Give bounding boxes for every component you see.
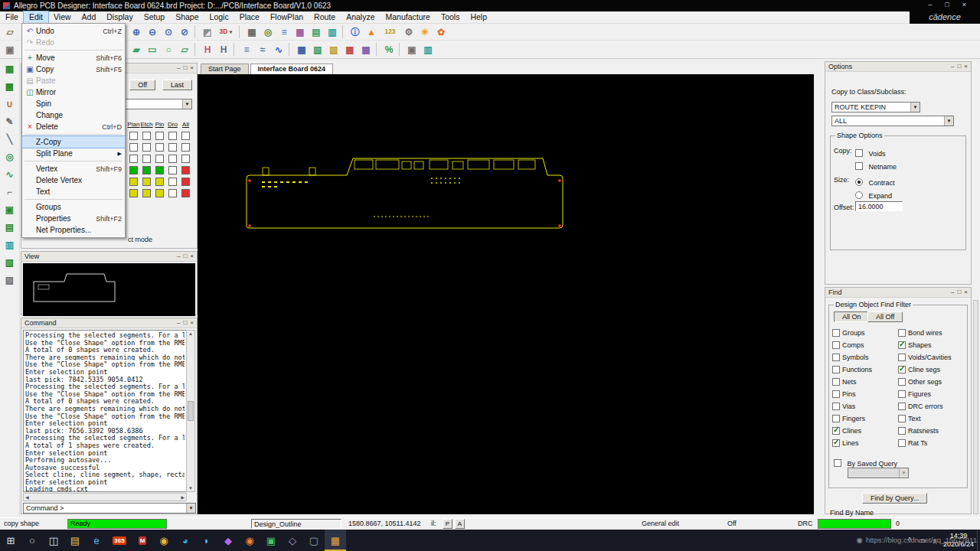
nets-checkbox[interactable]: [832, 378, 840, 386]
scroll-left-icon[interactable]: ◀: [25, 494, 29, 500]
probe-tool-icon[interactable]: ◎: [2, 149, 18, 164]
menu-edit[interactable]: Edit: [24, 11, 48, 23]
find-by-query-button[interactable]: Find by Query...: [862, 493, 927, 504]
edit-menu-item-copy[interactable]: ▣CopyShift+F5: [22, 64, 125, 75]
notification-icon[interactable]: ▭: [919, 536, 926, 545]
visibility-checkbox[interactable]: [155, 178, 164, 186]
wps-icon[interactable]: ▣: [260, 530, 282, 551]
visibility-checkbox[interactable]: [168, 178, 177, 186]
fingers-checkbox[interactable]: [832, 415, 840, 422]
minimize-button[interactable]: –: [928, 1, 932, 8]
edit-menu-item-delete-vertex[interactable]: Delete Vertex: [22, 174, 125, 186]
visibility-checkbox[interactable]: [142, 166, 151, 174]
minimize-panel-icon[interactable]: –: [951, 289, 954, 295]
figures-checkbox[interactable]: [898, 390, 906, 398]
same-net-cns-icon[interactable]: ▦: [358, 42, 374, 57]
shadow-toggle-icon[interactable]: ◩: [200, 24, 215, 39]
color-visibility-icon[interactable]: ▩: [292, 24, 308, 39]
visibility-checkbox[interactable]: [155, 189, 164, 197]
search-icon[interactable]: ○: [21, 530, 43, 551]
menu-route[interactable]: Route: [309, 11, 341, 23]
cross-section-icon[interactable]: ≡: [276, 24, 292, 39]
custom-tool-icon[interactable]: ✿: [433, 24, 449, 39]
status-info-icon[interactable]: ⓘ: [348, 24, 363, 39]
view-panel-header[interactable]: View – □ ×: [21, 252, 197, 262]
visibility-checkbox[interactable]: [155, 143, 164, 152]
float-panel-icon[interactable]: □: [183, 253, 187, 259]
menu-shape[interactable]: Shape: [170, 11, 204, 23]
zoom-in-icon[interactable]: ⊕: [129, 24, 144, 39]
chrome-icon[interactable]: ◉: [153, 530, 175, 551]
qq-icon[interactable]: ◗: [196, 530, 217, 551]
visual-studio-icon[interactable]: ◇: [282, 530, 303, 551]
electrical-cns-icon[interactable]: ▧: [310, 42, 325, 57]
visibility-checkbox[interactable]: [168, 132, 177, 140]
find-panel-header[interactable]: Find – □ ×: [825, 288, 971, 298]
menu-view[interactable]: View: [48, 11, 77, 23]
float-panel-icon[interactable]: □: [957, 64, 961, 70]
visibility-checkbox[interactable]: [129, 132, 138, 140]
edit-menu-item-paste[interactable]: ▤Paste: [22, 75, 125, 86]
tools-settings-icon[interactable]: ⚙: [401, 24, 416, 39]
lines-checkbox[interactable]: [832, 439, 840, 447]
menu-tools[interactable]: Tools: [436, 11, 466, 23]
visibility-checkbox[interactable]: [129, 178, 138, 186]
bond-wires-checkbox[interactable]: [898, 329, 906, 337]
visibility-checkbox[interactable]: [168, 155, 177, 163]
open-drawing-icon[interactable]: ▱: [2, 24, 18, 39]
scrollbar-thumb[interactable]: [188, 401, 194, 421]
visibility-checkbox[interactable]: [142, 132, 151, 140]
component-tool-icon[interactable]: ▤: [2, 220, 18, 234]
edit-menu-item-groups[interactable]: Groups: [22, 201, 125, 213]
stats-chart-icon[interactable]: ▥: [420, 42, 436, 57]
magnet-snap-icon[interactable]: ∪: [2, 96, 18, 111]
voids-cavities-checkbox[interactable]: [898, 354, 906, 361]
design-canvas[interactable]: [198, 74, 814, 514]
edit-menu-item-z-copy[interactable]: Z-Copy: [22, 136, 125, 148]
console-vertical-scrollbar[interactable]: ▲ ▼: [186, 330, 195, 492]
netname-checkbox[interactable]: [855, 162, 863, 170]
waveform-icon[interactable]: ∿: [271, 42, 286, 57]
media-player-icon[interactable]: ◆: [217, 530, 239, 551]
auto-number-icon[interactable]: 123: [380, 24, 400, 39]
visibility-checkbox[interactable]: [181, 178, 190, 186]
float-panel-icon[interactable]: □: [183, 65, 187, 71]
menu-display[interactable]: Display: [101, 11, 138, 23]
visibility-checkbox[interactable]: [129, 166, 138, 174]
padstack-edit-icon[interactable]: ◎: [260, 24, 276, 39]
offset-input[interactable]: 16.0000: [855, 201, 903, 211]
visibility-checkbox[interactable]: [155, 132, 164, 140]
edge-icon[interactable]: ◕: [175, 530, 196, 551]
comps-checkbox[interactable]: [832, 341, 840, 349]
shape-polygon-icon[interactable]: ▰: [129, 42, 144, 57]
float-panel-icon[interactable]: □: [957, 289, 961, 295]
clines-checkbox[interactable]: [832, 427, 840, 435]
hilight-icon[interactable]: H: [200, 42, 215, 57]
edit-menu-item-net-properties-[interactable]: Net Properties...: [22, 224, 125, 236]
options-panel-header[interactable]: Options – □ ×: [825, 62, 971, 72]
close-panel-icon[interactable]: ×: [964, 289, 968, 295]
firefox-icon[interactable]: ◉: [239, 530, 260, 551]
close-panel-icon[interactable]: ×: [964, 64, 968, 70]
edit-menu-item-change[interactable]: Change: [22, 109, 125, 121]
update-drc-icon[interactable]: ▲: [364, 24, 379, 39]
task-view-icon[interactable]: ◫: [43, 530, 64, 551]
text-checkbox[interactable]: [898, 415, 906, 422]
all-off-button[interactable]: All Off: [867, 311, 903, 322]
visibility-checkbox[interactable]: [181, 166, 190, 174]
menu-add[interactable]: Add: [77, 11, 102, 23]
visibility-checkbox[interactable]: [155, 155, 164, 163]
allegro-icon[interactable]: ▦: [325, 530, 346, 551]
by-saved-query-checkbox[interactable]: [834, 459, 841, 467]
board-symbols-icon[interactable]: ▥: [325, 24, 340, 39]
copy-format-icon[interactable]: ▣: [404, 42, 420, 57]
summary-report-icon[interactable]: ▤: [309, 24, 324, 39]
menu-manufacture[interactable]: Manufacture: [381, 11, 436, 23]
edit-menu-item-move[interactable]: +MoveShift+F6: [22, 52, 125, 64]
edit-menu-item-split-plane[interactable]: Split Plane▶: [22, 148, 125, 159]
green-board-icon[interactable]: ▣: [2, 202, 18, 217]
subclass-combo[interactable]: ALL ▼: [831, 116, 954, 126]
minimize-panel-icon[interactable]: –: [951, 64, 954, 70]
rat-ts-checkbox[interactable]: [898, 439, 906, 447]
scroll-right-icon[interactable]: ▶: [181, 494, 185, 500]
